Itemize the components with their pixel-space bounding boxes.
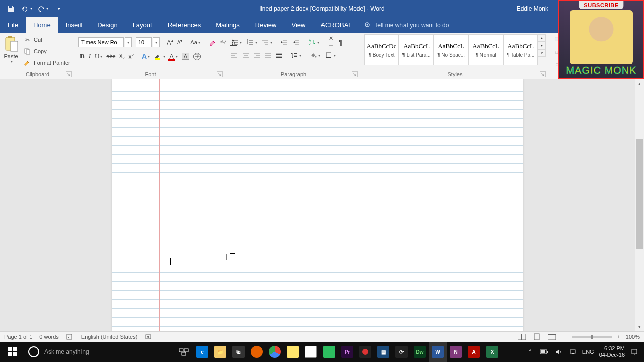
app-dreamweaver[interactable]: Dw	[411, 342, 429, 362]
align-right-button[interactable]	[252, 51, 262, 60]
scroll-down-arrow[interactable]: ▾	[635, 322, 644, 331]
save-button[interactable]	[5, 3, 16, 14]
shrink-font-button[interactable]: A▾	[176, 39, 184, 46]
paragraph-launcher[interactable]: ↘	[352, 71, 358, 77]
tab-references[interactable]: References	[160, 17, 208, 33]
redo-button[interactable]: ▾	[37, 3, 48, 14]
zoom-slider[interactable]	[572, 336, 612, 338]
tray-overflow[interactable]: ˄	[526, 347, 535, 356]
zoom-level[interactable]: 100%	[626, 334, 640, 340]
status-language[interactable]: English (United States)	[81, 334, 138, 340]
app-premiere[interactable]: Pr	[338, 342, 356, 362]
tab-view[interactable]: View	[284, 17, 313, 33]
superscript-button[interactable]: x2	[127, 52, 135, 61]
highlight-button[interactable]: ▾	[152, 51, 167, 61]
app-record[interactable]	[356, 342, 374, 362]
underline-button[interactable]: U▾	[93, 51, 104, 61]
app-acrobat[interactable]: A	[465, 342, 483, 362]
style-list-paragraph[interactable]: AaBbCcL¶ List Para...	[399, 34, 434, 65]
app-edge[interactable]: e	[193, 342, 211, 362]
zoom-out-button[interactable]: −	[561, 334, 568, 340]
italic-button[interactable]: I	[87, 51, 92, 61]
app-sticky-notes[interactable]	[284, 342, 302, 362]
font-launcher[interactable]: ↘	[217, 71, 223, 77]
style-normal[interactable]: AaBbCcL¶ Normal	[468, 34, 503, 65]
tray-notifications-icon[interactable]	[630, 347, 639, 356]
app-obs[interactable]: ⟳	[392, 342, 411, 362]
format-painter-button[interactable]: Format Painter	[22, 57, 72, 68]
subscript-button[interactable]: x2	[118, 51, 126, 61]
style-no-spacing[interactable]: AaBbCcL¶ No Spac...	[434, 34, 468, 65]
grow-font-button[interactable]: A▴	[165, 38, 175, 47]
web-layout-button[interactable]	[546, 333, 557, 341]
tab-insert[interactable]: Insert	[58, 17, 90, 33]
sort-button[interactable]: AZ▾	[307, 37, 321, 47]
tab-home[interactable]: Home	[26, 17, 58, 33]
numbering-button[interactable]: 123▾	[245, 37, 259, 47]
status-page[interactable]: Page 1 of 1	[4, 334, 32, 340]
increase-indent-button[interactable]	[291, 37, 302, 47]
tab-layout[interactable]: Layout	[125, 17, 160, 33]
font-name-input[interactable]	[78, 37, 124, 47]
app-file-explorer[interactable]: 📁	[211, 342, 229, 362]
copy-button[interactable]: Copy	[22, 46, 72, 57]
tab-mailings[interactable]: Mailings	[208, 17, 248, 33]
styles-scroll-up[interactable]: ▴	[538, 34, 546, 42]
paste-button[interactable]: Paste ▾	[3, 34, 19, 69]
app-evernote[interactable]	[320, 342, 338, 362]
tab-review[interactable]: Review	[248, 17, 284, 33]
character-shading-button[interactable]: A	[180, 52, 191, 61]
font-color-button[interactable]: A▾	[168, 52, 179, 61]
macro-record-icon[interactable]	[144, 333, 152, 341]
tab-design[interactable]: Design	[90, 17, 125, 33]
font-size-input[interactable]	[136, 37, 152, 47]
bullets-button[interactable]: ▾	[229, 37, 244, 47]
tell-me-search[interactable]: Tell me what you want to do	[359, 17, 454, 33]
spellcheck-icon[interactable]	[66, 333, 74, 341]
tray-battery-icon[interactable]	[540, 347, 549, 356]
status-words[interactable]: 0 words	[39, 334, 59, 340]
start-button[interactable]	[0, 342, 24, 362]
align-left-button[interactable]	[229, 51, 239, 60]
justify-button[interactable]	[263, 51, 273, 60]
align-center-button[interactable]	[240, 51, 251, 60]
font-name-dropdown[interactable]: ▾	[125, 37, 132, 47]
scroll-up-arrow[interactable]: ▴	[635, 79, 644, 88]
font-size-dropdown[interactable]: ▾	[153, 37, 160, 47]
styles-scroll-down[interactable]: ▾	[538, 42, 546, 49]
tray-network-icon[interactable]	[568, 347, 577, 356]
decrease-indent-button[interactable]	[279, 37, 290, 47]
line-spacing-button[interactable]: ▾	[289, 50, 303, 60]
style-body-text[interactable]: AaBbCcDc¶ Body Text	[364, 34, 399, 65]
show-marks-button[interactable]: ¶	[337, 37, 344, 47]
vertical-scrollbar[interactable]: ▴ ▾	[635, 79, 644, 331]
tab-file[interactable]: File	[0, 17, 26, 33]
scroll-thumb[interactable]	[636, 139, 643, 249]
bold-button[interactable]: B	[78, 51, 86, 61]
distributed-button[interactable]	[274, 51, 284, 60]
strikethrough-button[interactable]: abc	[105, 52, 117, 60]
style-table-paragraph[interactable]: AaBbCcL¶ Table Pa...	[503, 34, 538, 65]
read-mode-button[interactable]	[516, 333, 527, 341]
zoom-in-button[interactable]: +	[616, 334, 622, 340]
clipboard-launcher[interactable]: ↘	[66, 71, 72, 77]
cortana-search[interactable]: Ask me anything	[24, 342, 175, 362]
print-layout-button[interactable]	[531, 333, 542, 341]
styles-launcher[interactable]: ↘	[540, 71, 546, 77]
app-firefox[interactable]	[248, 342, 266, 362]
app-word[interactable]: W	[429, 342, 447, 362]
tray-language[interactable]: ENG	[582, 349, 594, 355]
app-notepad[interactable]	[302, 342, 320, 362]
app-store[interactable]: 🛍	[229, 342, 248, 362]
clear-formatting-button[interactable]	[207, 37, 218, 47]
text-effects-button[interactable]: A▾	[140, 51, 151, 61]
task-view-button[interactable]	[175, 342, 193, 362]
document-page[interactable]: I	[112, 79, 523, 331]
tray-clock[interactable]: 6:32 PM 04-Dec-16	[599, 345, 625, 358]
undo-button[interactable]: ▾	[21, 3, 32, 14]
asian-layout-button[interactable]: ✕ー	[325, 37, 336, 47]
app-onenote[interactable]: N	[447, 342, 465, 362]
user-name[interactable]: Eddie Monk	[517, 5, 548, 12]
shading-button[interactable]: ▾	[308, 50, 322, 60]
app-chrome[interactable]	[266, 342, 284, 362]
